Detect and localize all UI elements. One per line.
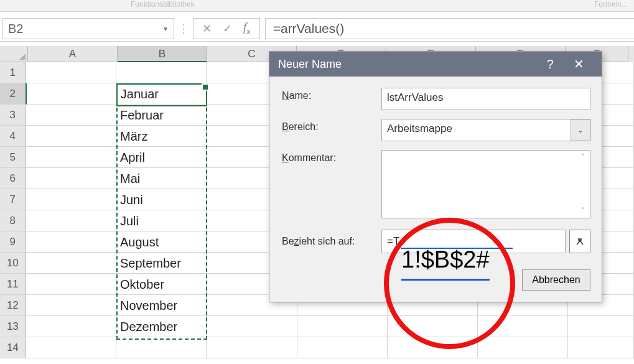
cell-B11[interactable]: Oktober: [116, 274, 207, 295]
scroll-down-icon[interactable]: ˅: [577, 205, 589, 217]
formula-bar-controls: ✕ ✓ fx: [193, 18, 260, 39]
cell-B2[interactable]: Januar: [117, 83, 207, 105]
cell-C14[interactable]: [207, 337, 297, 358]
name-box-dropdown-icon[interactable]: ▼: [162, 26, 169, 32]
row-header-4[interactable]: 4: [0, 126, 26, 147]
cell-E14[interactable]: [388, 337, 478, 358]
cell-A10[interactable]: [26, 253, 116, 274]
row-header-2[interactable]: 2: [0, 83, 27, 105]
refers-left: =T: [387, 233, 399, 250]
cell-F13[interactable]: [478, 316, 568, 337]
row-header-10[interactable]: 10: [0, 253, 26, 274]
cell-G13[interactable]: [568, 316, 634, 337]
name-box-value: B2: [8, 22, 23, 36]
cell-D14[interactable]: [297, 337, 388, 358]
row-header-6[interactable]: 6: [0, 168, 26, 189]
cell-D13[interactable]: [297, 316, 388, 337]
cell-B6[interactable]: Mai: [116, 168, 207, 189]
refers-to-label: Bezieht sich auf:: [282, 236, 381, 247]
cell-A11[interactable]: [26, 274, 116, 295]
cell-A7[interactable]: [26, 189, 116, 210]
cell-B1[interactable]: [116, 62, 207, 83]
dialog-title: Neuer Name: [278, 58, 536, 71]
cell-B14[interactable]: [116, 337, 207, 358]
comment-label: Kommentar:: [282, 150, 381, 164]
cell-A1[interactable]: [26, 62, 116, 83]
row-header-11[interactable]: 11: [0, 274, 26, 295]
cell-B12[interactable]: November: [116, 295, 207, 316]
formula-text: =arrValues(): [273, 21, 345, 36]
name-label: Name:: [282, 88, 381, 101]
ribbon-group-left: Funktionsbibliothek: [131, 0, 195, 9]
cell-B9[interactable]: August: [116, 231, 207, 253]
dialog-titlebar[interactable]: Neuer Name ? ✕: [269, 52, 602, 77]
ribbon-group-right: Formeln...: [594, 0, 628, 9]
name-box[interactable]: B2 ▼: [2, 18, 174, 39]
scroll-up-icon[interactable]: ˄: [577, 152, 589, 163]
scope-dropdown-icon[interactable]: ⌄: [571, 119, 590, 141]
row-header-8[interactable]: 8: [0, 210, 26, 231]
cell-A9[interactable]: [26, 231, 116, 253]
cell-A14[interactable]: [26, 337, 116, 358]
row-header-1[interactable]: 1: [0, 62, 26, 83]
cell-A8[interactable]: [26, 210, 116, 231]
row-14: 14: [0, 337, 634, 358]
cell-B10[interactable]: September: [116, 253, 207, 274]
comment-field[interactable]: ˄ ˅: [381, 150, 590, 218]
cell-A13[interactable]: [26, 316, 116, 337]
help-button[interactable]: ?: [536, 57, 564, 72]
cell-B3[interactable]: Februar: [116, 105, 207, 126]
new-name-dialog: Neuer Name ? ✕ Name: lstArrValues Bereic…: [269, 51, 602, 302]
formula-input[interactable]: =arrValues(): [265, 18, 634, 39]
close-button[interactable]: ✕: [564, 57, 593, 72]
cell-B4[interactable]: März: [116, 126, 207, 147]
cell-A2[interactable]: [27, 83, 117, 105]
select-all-corner[interactable]: [0, 46, 28, 62]
name-field[interactable]: lstArrValues: [381, 88, 590, 110]
column-header-a[interactable]: A: [28, 46, 118, 62]
row-header-9[interactable]: 9: [0, 231, 26, 253]
cell-B13[interactable]: Dezember: [116, 316, 207, 337]
row-header-5[interactable]: 5: [0, 147, 26, 168]
row-header-14[interactable]: 14: [0, 337, 26, 358]
cell-C13[interactable]: [207, 316, 297, 337]
refers-to-field[interactable]: =T: [381, 230, 566, 253]
scope-select[interactable]: Arbeitsmappe: [381, 119, 571, 141]
cell-G14[interactable]: [568, 337, 634, 358]
row-header-12[interactable]: 12: [0, 295, 26, 316]
accept-icon[interactable]: ✓: [223, 22, 232, 35]
cell-B5[interactable]: April: [116, 147, 207, 168]
scope-label: Bereich:: [282, 119, 381, 133]
cell-F14[interactable]: [478, 337, 568, 358]
cell-B8[interactable]: Juli: [116, 210, 207, 231]
collapse-dialog-icon[interactable]: [569, 230, 590, 253]
formula-bar-separator: ⋮: [174, 22, 193, 35]
row-header-13[interactable]: 13: [0, 316, 26, 337]
row-13: 13Dezember: [0, 316, 634, 337]
row-header-7[interactable]: 7: [0, 189, 26, 210]
row-header-3[interactable]: 3: [0, 105, 26, 126]
fx-icon[interactable]: fx: [243, 21, 251, 37]
cancel-button[interactable]: Abbrechen: [522, 269, 590, 291]
cancel-icon[interactable]: ✕: [202, 22, 212, 35]
cell-A3[interactable]: [26, 105, 116, 126]
cell-A5[interactable]: [26, 147, 116, 168]
cell-B7[interactable]: Juni: [116, 189, 207, 210]
cell-A4[interactable]: [26, 126, 116, 147]
cell-A6[interactable]: [26, 168, 116, 189]
column-header-b[interactable]: B: [118, 46, 207, 62]
cell-A12[interactable]: [26, 295, 116, 316]
formula-bar: B2 ▼ ⋮ ✕ ✓ fx =arrValues(): [0, 16, 634, 42]
cell-E13[interactable]: [388, 316, 478, 337]
